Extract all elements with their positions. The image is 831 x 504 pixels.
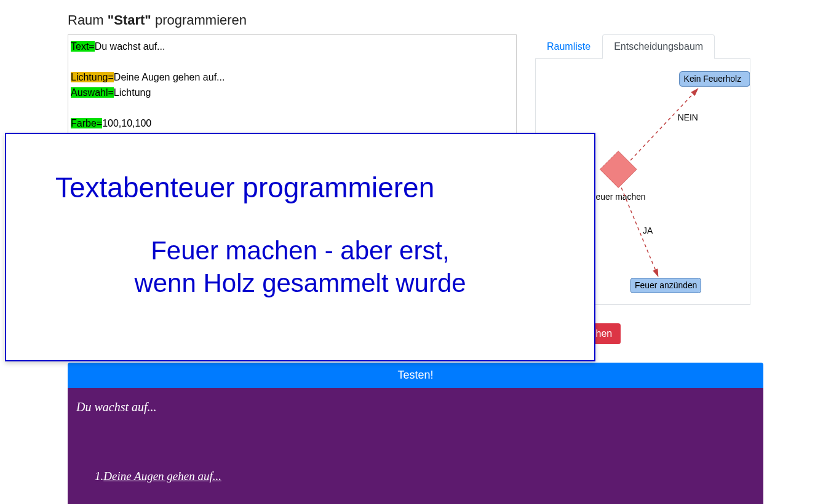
code-val: 100,10,100 <box>102 118 151 128</box>
title-room: "Start" <box>108 12 151 28</box>
test-button[interactable]: Testen! <box>68 363 763 388</box>
code-blank <box>71 55 514 69</box>
tree-edge-yes-label: JA <box>643 226 653 235</box>
tree-decision-label: euer machen <box>595 192 645 202</box>
choice-text: Deine Augen gehen auf... <box>103 470 221 482</box>
game-preview: Du wachst auf... 1. Deine Augen gehen au… <box>68 388 763 504</box>
code-val: Du wachst auf... <box>95 41 165 52</box>
overlay-title: Textabenteuer programmieren <box>55 171 545 204</box>
title-suffix: programmieren <box>151 12 247 28</box>
tree-edge-no <box>630 89 698 160</box>
code-val: Deine Augen gehen auf... <box>114 72 225 82</box>
code-val: Lichtung <box>114 87 151 98</box>
tabs: Raumliste Entscheidungsbaum <box>535 34 750 59</box>
code-tag-auswahl: Auswahl= <box>71 87 114 98</box>
tab-raumliste[interactable]: Raumliste <box>535 34 602 58</box>
code-tag-lichtung: Lichtung= <box>71 72 114 82</box>
tree-node-bottom: Feuer anzünden <box>635 280 697 290</box>
choice-number: 1. <box>95 470 103 483</box>
page-title: Raum "Start" programmieren <box>68 12 763 28</box>
overlay-line2: wenn Holz gesammelt wurde <box>134 269 466 297</box>
preview-choice[interactable]: 1. Deine Augen gehen auf... <box>95 470 755 483</box>
title-prefix: Raum <box>68 12 108 28</box>
tree-node-top: Kein Feuerholz <box>684 74 742 84</box>
overlay-slide: Textabenteuer programmieren Feuer machen… <box>5 133 595 361</box>
code-blank <box>71 101 514 116</box>
tab-entscheidungsbaum[interactable]: Entscheidungsbaum <box>602 34 715 59</box>
code-tag-text: Text= <box>71 41 95 52</box>
code-tag-farbe: Farbe= <box>71 118 102 128</box>
overlay-line1: Feuer machen - aber erst, <box>151 236 450 265</box>
tree-decision-icon <box>600 151 637 188</box>
preview-text: Du wachst auf... <box>76 400 755 414</box>
tree-edge-no-label: NEIN <box>678 112 698 122</box>
overlay-subtitle: Feuer machen - aber erst, wenn Holz gesa… <box>55 235 545 299</box>
